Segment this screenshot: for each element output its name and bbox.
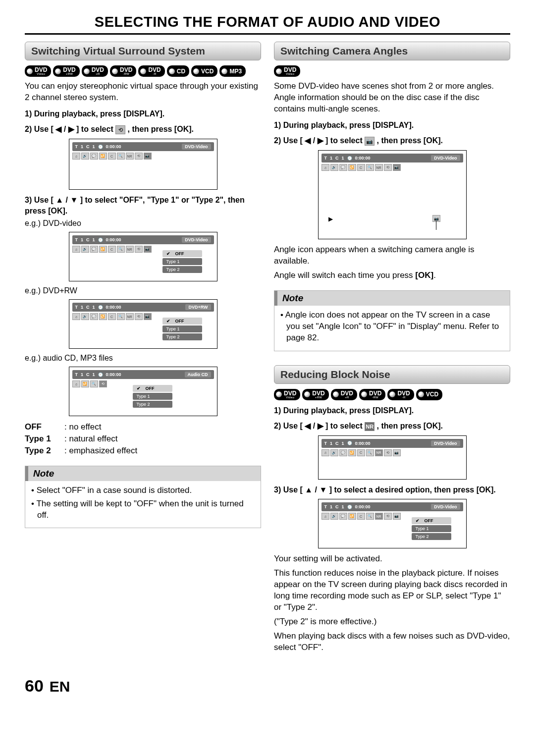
media-pill: DVD-R xyxy=(138,65,164,77)
media-row-surround: DVDVideoDVD+RWDVD+RDVD-RWDVD-RCDVCDMP3 xyxy=(25,65,261,77)
media-pill: DVDVideo xyxy=(25,65,51,77)
page-number: 60 xyxy=(25,676,44,696)
step1-noise: 1) During playback, press [DISPLAY]. xyxy=(274,405,510,416)
disc-icon xyxy=(55,68,61,74)
media-pill: DVD-RW xyxy=(359,389,385,400)
disc-icon xyxy=(304,391,310,397)
page-title: SELECTING THE FORMAT OF AUDIO AND VIDEO xyxy=(25,12,510,35)
disc-icon xyxy=(333,391,339,397)
step-text: 2) Use [ xyxy=(25,125,55,133)
media-pill: VCD xyxy=(191,65,217,77)
step1-surround: 1) During playback, press [DISPLAY]. xyxy=(25,108,261,119)
play-icon: ▶ xyxy=(328,216,333,222)
disc-icon xyxy=(112,68,118,74)
right-column: Switching Camera Angles DVDVideo Some DV… xyxy=(274,42,510,656)
media-pill: DVDVideo xyxy=(274,65,300,77)
media-pill: VCD xyxy=(416,389,442,400)
eg-label: e.g.) audio CD, MP3 files xyxy=(25,354,261,363)
osd-preview-cd: T1C1🕘0:00:00Audio CD ♫🔁🔍⟲ OFF Type 1 Typ… xyxy=(69,367,217,416)
step2-surround: 2) Use [ ◀ / ▶ ] to select ⟲ , then pres… xyxy=(25,124,261,135)
section-heading-angles: Switching Camera Angles xyxy=(274,42,510,60)
media-pill: DVD-RW xyxy=(110,65,136,77)
opt-type1: Type 1 xyxy=(166,259,180,264)
step-text: , then press [OK]. xyxy=(125,125,194,133)
disc-icon xyxy=(169,68,175,74)
note-heading: Note xyxy=(25,466,261,481)
section-heading-noise: Reducing Block Noise xyxy=(274,365,510,384)
note-item: Select "OFF" in a case sound is distorte… xyxy=(31,485,255,496)
def-row: Type 2: emphasized effect xyxy=(25,445,261,457)
step-text: ] to select xyxy=(74,125,116,133)
intro-angles: Some DVD-video have scenes shot from 2 o… xyxy=(274,81,510,115)
osd-preview-dvd: T1C1🕘0:00:00DVD-Video ♫🔊💬🔁C🔍NR⟲📷 OFF Typ… xyxy=(69,232,217,281)
eg-label: e.g.) DVD-video xyxy=(25,219,261,228)
note-box-angles: Note Angle icon does not appear on the T… xyxy=(274,290,510,351)
disc-icon xyxy=(276,391,282,397)
media-pill: CD xyxy=(167,65,189,77)
surround-icon: ⟲ xyxy=(115,125,125,134)
media-pill: DVDVideo xyxy=(274,389,300,400)
intro-surround: You can enjoy stereophonic virtual space… xyxy=(25,81,261,104)
media-pill: DVD+R xyxy=(82,65,108,77)
media-pill: DVD+RW xyxy=(53,65,79,77)
def-row: Type 1: natural effect xyxy=(25,433,261,445)
note-item: Angle icon does not appear on the TV scr… xyxy=(280,310,504,344)
osd-mode: DVD-Video xyxy=(182,144,211,150)
arrow-left-right-icon: ◀ / ▶ xyxy=(305,136,323,145)
note-box-surround: Note Select "OFF" in a case sound is dis… xyxy=(25,466,261,529)
note-heading: Note xyxy=(274,291,510,306)
arrow-left-right-icon: ◀ / ▶ xyxy=(55,125,74,133)
section-heading-surround: Switching Virtual Surround System xyxy=(25,42,261,60)
para-noise-2: ("Type 2" is more effective.) xyxy=(274,616,510,628)
media-pill: MP3 xyxy=(219,65,246,77)
para-noise-1: This function reduces noise in the playb… xyxy=(274,568,510,613)
disc-icon xyxy=(140,68,146,74)
osd-preview-dvdrw: T1C1🕘0:00:00DVD+RW ♫🔊💬🔁C🔍NR⟲📷 OFF Type 1… xyxy=(69,299,217,349)
disc-icon xyxy=(84,68,90,74)
osd-icon-row: ♫🔊💬🔁C🔍NR⟲📷 xyxy=(72,153,214,160)
media-row-noise: DVDVideoDVD+RWDVD+RDVD-RWDVD-RVCD xyxy=(274,389,510,400)
step2-noise: 2) Use [ ◀ / ▶ ] to select NR , then pre… xyxy=(274,421,510,432)
angle-indicator-icon: 📷 xyxy=(432,215,440,222)
disc-icon xyxy=(193,68,199,74)
page-lang: EN xyxy=(50,678,70,695)
disc-icon xyxy=(276,68,282,74)
media-pill: DVD+R xyxy=(331,389,357,400)
disc-icon xyxy=(389,391,395,397)
after-noise: Your setting will be activated. xyxy=(274,553,510,565)
media-pill: DVD+RW xyxy=(302,389,328,400)
osd-preview-angle: T1C1🕘0:00:00DVD-Video ♫🔊💬🔁C🔍NR⟲📷 ▶ 📷 xyxy=(318,150,467,239)
left-column: Switching Virtual Surround System DVDVid… xyxy=(25,42,261,656)
nr-icon: NR xyxy=(365,422,374,431)
eg-label: e.g.) DVD+RW xyxy=(25,286,261,295)
step3-noise: 3) Use [ ▲ / ▼ ] to select a desired opt… xyxy=(274,485,510,495)
para-noise-3: When playing back discs with a few noise… xyxy=(274,631,510,653)
osd-c: C xyxy=(86,144,90,149)
disc-icon xyxy=(418,391,424,397)
opt-off: OFF xyxy=(175,251,184,256)
osd-preview-nr1: T1C1🕘0:00:00DVD-Video ♫🔊💬🔁C🔍NR⟲📷 xyxy=(318,435,467,480)
osd-c-num: 1 xyxy=(93,144,95,149)
caption-angle2: Angle will switch each time you press [O… xyxy=(274,270,510,281)
media-pill: DVD-R xyxy=(387,389,414,400)
osd-time: 0:00:00 xyxy=(106,144,121,149)
def-row: OFF: no effect xyxy=(25,421,261,433)
disc-icon xyxy=(361,391,367,397)
camera-icon: 📷 xyxy=(365,137,374,146)
note-item: The setting will be kept to "OFF" when t… xyxy=(31,498,255,521)
step2-angles: 2) Use [ ◀ / ▶ ] to select 📷 , then pres… xyxy=(274,135,510,146)
step3-surround: 3) Use [ ▲ / ▼ ] to select "OFF", "Type … xyxy=(25,195,261,216)
disc-icon xyxy=(221,68,227,74)
disc-icon xyxy=(27,68,33,74)
osd-preview: T1 C1 🕘0:00:00 DVD-Video ♫🔊💬🔁C🔍NR⟲📷 xyxy=(69,139,217,190)
opt-type2: Type 2 xyxy=(166,267,180,272)
osd-preview-nr2: T1C1🕘0:00:00DVD-Video ♫🔊💬🔁C🔍NR⟲📷 OFF Typ… xyxy=(318,499,467,548)
media-row-angles: DVDVideo xyxy=(274,65,510,77)
page-footer: 60 EN xyxy=(25,676,510,696)
osd-t-num: 1 xyxy=(81,144,83,149)
osd-t: T xyxy=(75,144,78,149)
arrow-left-right-icon: ◀ / ▶ xyxy=(305,422,323,430)
step1-angles: 1) During playback, press [DISPLAY]. xyxy=(274,120,510,131)
caption-angle1: Angle icon appears when a switching came… xyxy=(274,244,510,267)
